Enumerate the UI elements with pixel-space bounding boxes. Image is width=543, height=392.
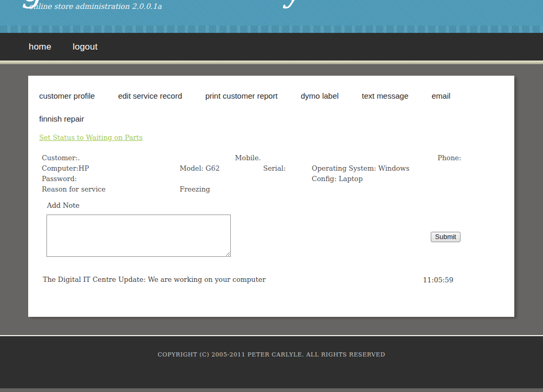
nav-logout-link[interactable]: logout: [73, 42, 98, 52]
record-menu-row-2: finnish repair: [39, 114, 105, 124]
status-update-time: 11:05:59: [423, 276, 453, 284]
customer-label: Customer:.: [42, 154, 80, 162]
computer-value: Computer:HP: [42, 164, 89, 172]
tab-text-message[interactable]: text message: [362, 91, 408, 100]
serial-label: Serial:: [263, 164, 286, 172]
masthead-texture: [0, 26, 543, 33]
add-note-textarea[interactable]: [46, 215, 231, 257]
model-value: Model: G62: [180, 164, 220, 172]
add-note-label: Add Note: [47, 201, 79, 209]
tab-print-customer-report[interactable]: print customer report: [205, 91, 277, 100]
tab-email[interactable]: email: [432, 91, 451, 100]
mobile-label: Mobile.: [235, 154, 261, 162]
phone-label: Phone:: [438, 154, 461, 162]
config-value: Config: Laptop: [312, 175, 363, 183]
tab-finnish-repair[interactable]: finnish repair: [39, 114, 84, 123]
tab-dymo-label[interactable]: dymo label: [301, 91, 339, 100]
masthead: g y online store administration 2.0.0.1a: [0, 0, 543, 33]
nav-home-link[interactable]: home: [29, 42, 51, 52]
submit-button[interactable]: Submit: [431, 232, 461, 242]
set-status-waiting-on-parts-link[interactable]: Set Status to Waiting on Parts: [39, 134, 143, 141]
main-navbar: home logout: [0, 33, 543, 61]
password-label: Password:: [42, 175, 77, 183]
operating-system-value: Operating System: Windows: [312, 164, 409, 172]
reason-for-service-value: Freezing: [180, 185, 210, 193]
copyright-text: COPYRIGHT (C) 2005-2011 PETER CARLYLE. A…: [158, 351, 385, 358]
app-subtitle: online store administration 2.0.0.1a: [29, 2, 162, 10]
service-record-panel: customer profile edit service record pri…: [28, 76, 514, 317]
footer: COPYRIGHT (C) 2005-2011 PETER CARLYLE. A…: [0, 336, 543, 388]
reason-for-service-label: Reason for service: [42, 185, 105, 193]
record-menu-row: customer profile edit service record pri…: [39, 91, 471, 101]
tab-edit-service-record[interactable]: edit service record: [118, 91, 182, 100]
beige-divider-stripe: [0, 61, 543, 64]
tab-customer-profile[interactable]: customer profile: [39, 91, 95, 100]
cutoff-title-fragment-right: y: [284, 0, 302, 6]
status-update-text: The Digital IT Centre Update: We are wor…: [43, 276, 266, 283]
